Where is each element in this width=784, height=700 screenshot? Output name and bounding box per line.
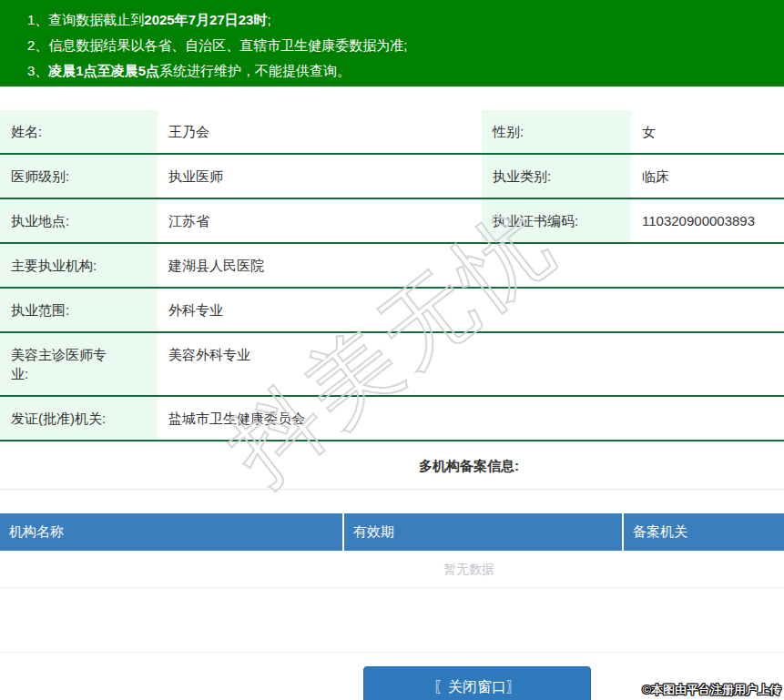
notice-number: 3、	[27, 63, 48, 78]
field-label: 主要执业机构:	[0, 243, 158, 288]
field-label: 姓名:	[0, 110, 158, 154]
notice-number: 1、	[27, 12, 48, 27]
footer-divider	[0, 652, 784, 653]
field-value: 临床	[631, 154, 784, 198]
table-row: 美容主诊医师专业: 美容外科专业	[0, 332, 784, 396]
field-value: 女	[631, 110, 784, 154]
field-label: 执业类别:	[482, 154, 631, 198]
field-value: 110320900003893	[631, 198, 784, 243]
notice-line-1: 1、查询数据截止到2025年7月27日23时;	[27, 7, 784, 33]
field-value: 建湖县人民医院	[158, 243, 784, 288]
notice-number: 2、	[27, 37, 48, 53]
column-header-validity: 有效期	[343, 513, 623, 551]
field-label: 医师级别:	[0, 154, 158, 198]
filing-table: 机构名称 有效期 备案机关	[0, 513, 784, 551]
notice-banner: 1、查询数据截止到2025年7月27日23时; 2、信息数据结果以各省、自治区、…	[0, 0, 784, 86]
field-value: 江苏省	[158, 198, 482, 243]
filing-table-header-row: 机构名称 有效期 备案机关	[0, 513, 784, 551]
field-label: 执业地点:	[0, 198, 158, 243]
table-row: 主要执业机构: 建湖县人民医院	[0, 243, 784, 288]
column-header-institution: 机构名称	[0, 513, 343, 551]
field-label: 执业范围:	[0, 288, 158, 332]
field-label: 性别:	[482, 110, 631, 154]
column-header-authority: 备案机关	[623, 513, 784, 551]
notice-line-2: 2、信息数据结果以各省、自治区、直辖市卫生健康委数据为准;	[27, 33, 784, 58]
empty-data-message: 暂无数据	[0, 551, 784, 588]
field-value: 外科专业	[158, 288, 784, 332]
field-label: 执业证书编码:	[482, 198, 631, 243]
section-divider	[0, 489, 784, 490]
close-window-button[interactable]: 〖关闭窗口〗	[363, 666, 591, 700]
field-value: 美容外科专业	[158, 332, 784, 396]
notice-line-3: 3、凌晨1点至凌晨5点系统进行维护，不能提供查询。	[27, 58, 784, 84]
field-value: 执业医师	[158, 154, 482, 198]
field-label: 发证(批准)机关:	[0, 396, 158, 441]
filing-section-title: 多机构备案信息:	[0, 458, 784, 475]
query-result-page: 1、查询数据截止到2025年7月27日23时; 2、信息数据结果以各省、自治区、…	[0, 0, 784, 700]
uploader-credit-watermark: ©本图由平台注册用户上传	[642, 682, 781, 698]
table-row: 姓名: 王乃会 性别: 女	[0, 110, 784, 154]
table-row: 发证(批准)机关: 盐城市卫生健康委员会	[0, 396, 784, 441]
table-row: 执业地点: 江苏省 执业证书编码: 110320900003893	[0, 198, 784, 243]
field-value: 王乃会	[158, 110, 482, 154]
field-value: 盐城市卫生健康委员会	[158, 396, 784, 441]
table-row: 医师级别: 执业医师 执业类别: 临床	[0, 154, 784, 198]
practitioner-info-table: 姓名: 王乃会 性别: 女 医师级别: 执业医师 执业类别: 临床 执业地点: …	[0, 110, 784, 441]
table-row: 执业范围: 外科专业	[0, 288, 784, 332]
field-label: 美容主诊医师专业:	[0, 332, 158, 396]
